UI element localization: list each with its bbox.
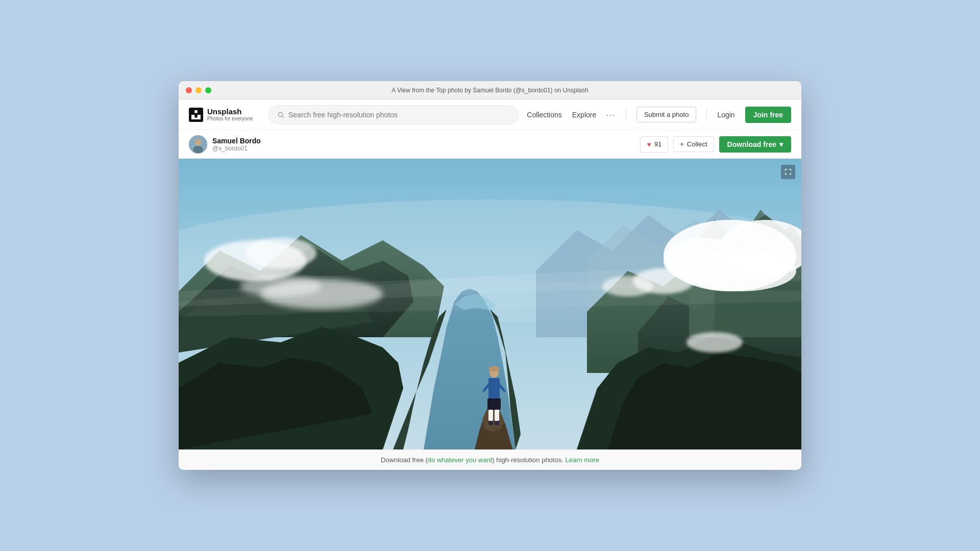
logo-svg: [191, 110, 201, 119]
unsplash-logo-icon: [189, 108, 203, 122]
avatar[interactable]: [189, 135, 207, 154]
svg-point-11: [488, 366, 500, 371]
plus-icon: +: [680, 140, 684, 148]
nav-more-button[interactable]: ···: [606, 111, 616, 119]
logo-text: Unsplash Photos for everyone: [207, 108, 253, 122]
photo-svg: [179, 159, 801, 449]
submit-photo-button[interactable]: Submit a photo: [636, 107, 696, 122]
like-button[interactable]: ♥ 91: [640, 136, 668, 153]
svg-rect-14: [488, 421, 493, 425]
logo-tagline: Photos for everyone: [207, 116, 253, 121]
collect-label: Collect: [687, 140, 707, 148]
search-input[interactable]: [288, 111, 510, 119]
footer-text-before: Download free (: [381, 456, 428, 464]
svg-rect-12: [487, 398, 501, 410]
collect-button[interactable]: + Collect: [673, 136, 714, 152]
photographer-handle: @s_bordo01: [212, 145, 261, 152]
nav-explore[interactable]: Explore: [572, 111, 596, 119]
avatar-image: [189, 135, 207, 154]
nav-links: Collections Explore ··· Submit a photo L…: [527, 107, 791, 123]
photographer-name: Samuel Bordo: [212, 137, 261, 145]
photo-bar: Samuel Bordo @s_bordo01 ♥ 91 + Collect D…: [179, 130, 801, 159]
download-chevron-icon: ▾: [779, 140, 783, 148]
navbar: Unsplash Photos for everyone Collections…: [179, 99, 801, 130]
logo-area[interactable]: Unsplash Photos for everyone: [189, 108, 260, 122]
footer-text-middle: ) high-resolution photos.: [492, 456, 563, 464]
nav-collections[interactable]: Collections: [527, 111, 561, 119]
join-button[interactable]: Join free: [745, 107, 791, 123]
window-controls: [186, 87, 211, 93]
svg-rect-15: [495, 410, 499, 421]
svg-rect-13: [488, 410, 493, 421]
close-button[interactable]: [186, 87, 192, 93]
svg-point-25: [687, 332, 743, 353]
expand-icon: [785, 168, 792, 176]
heart-icon: ♥: [647, 140, 651, 148]
nav-divider: [626, 109, 626, 121]
search-icon: [277, 111, 284, 118]
browser-window: A View from the Top photo by Samuel Bord…: [179, 81, 801, 470]
photo-container: [179, 159, 801, 449]
download-label: Download free: [727, 140, 776, 148]
svg-point-4: [193, 146, 203, 153]
svg-point-3: [195, 139, 201, 145]
search-bar[interactable]: [268, 105, 519, 124]
photo-actions: ♥ 91 + Collect Download free ▾: [640, 136, 791, 153]
footer-license-link[interactable]: do whatever you want: [428, 456, 492, 464]
login-button[interactable]: Login: [717, 111, 734, 119]
minimize-button[interactable]: [195, 87, 202, 93]
like-count: 91: [654, 140, 662, 148]
page-title: A View from the Top photo by Samuel Bord…: [391, 87, 588, 94]
svg-point-0: [278, 112, 282, 116]
nav-divider-2: [706, 109, 707, 121]
logo-name: Unsplash: [207, 108, 253, 116]
download-button[interactable]: Download free ▾: [719, 136, 791, 153]
expand-button[interactable]: [781, 165, 795, 179]
bottom-bar: Download free (do whatever you want) hig…: [179, 449, 801, 470]
title-bar: A View from the Top photo by Samuel Bord…: [179, 81, 801, 99]
svg-rect-9: [488, 378, 500, 401]
svg-point-22: [245, 238, 316, 268]
svg-rect-16: [495, 421, 499, 425]
maximize-button[interactable]: [205, 87, 211, 93]
footer-learn-more-link[interactable]: Learn more: [565, 456, 599, 464]
photographer-details: Samuel Bordo @s_bordo01: [212, 137, 261, 152]
photographer-info: Samuel Bordo @s_bordo01: [189, 135, 261, 154]
svg-line-1: [282, 116, 284, 117]
